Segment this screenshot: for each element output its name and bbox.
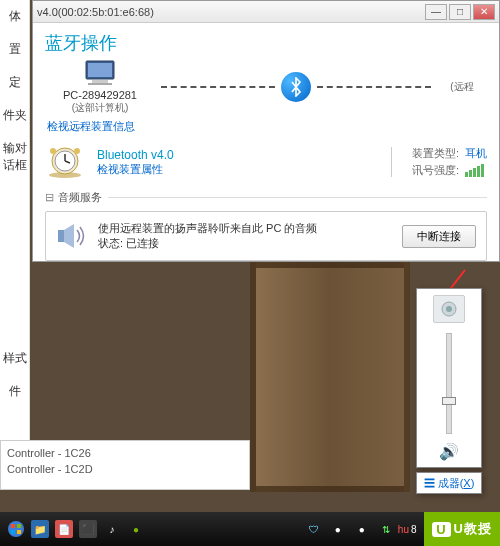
sidebar-item[interactable]: 置 — [0, 33, 29, 66]
signal-bars-icon — [465, 164, 484, 177]
mixer-link-popup: ☰ 成器(X) — [416, 472, 482, 494]
link-device-props[interactable]: 检视装置属性 — [97, 162, 371, 177]
bluetooth-icon — [281, 72, 311, 102]
device-icon — [45, 145, 85, 179]
device-row: Bluetooth v4.0 检视装置属性 装置类型: 耳机 讯号强度: — [45, 140, 487, 188]
connection-row: PC-289429281 (这部计算机) (远程 — [45, 59, 487, 115]
taskbar-app-icon[interactable]: 📄 — [55, 520, 73, 538]
sidebar-item[interactable]: 体 — [0, 0, 29, 33]
mixer-link[interactable]: ☰ 成器(X) — [424, 476, 475, 491]
divider — [391, 147, 392, 177]
pc-name: PC-289429281 — [45, 89, 155, 101]
tray-shield-icon[interactable]: 🛡 — [305, 520, 323, 538]
start-button[interactable] — [7, 520, 25, 538]
audio-service-box: 使用远程装置的扬声器聆听来自此 PC 的音频 状态: 已连接 中断连接 — [45, 211, 487, 261]
svg-point-9 — [50, 148, 56, 154]
connection-line — [317, 86, 431, 88]
group-audio-header[interactable]: 音频服务 — [45, 190, 487, 205]
disconnect-button[interactable]: 中断连接 — [402, 225, 476, 248]
svg-rect-3 — [88, 83, 112, 85]
svg-point-10 — [74, 148, 80, 154]
close-button[interactable]: ✕ — [473, 4, 495, 20]
tray-speed-icon[interactable]: ⇅ — [377, 520, 395, 538]
bluetooth-window: v4.0(00:02:5b:01:e6:68) — □ ✕ 蓝牙操作 PC-28… — [32, 0, 500, 262]
svg-rect-1 — [88, 63, 112, 77]
svg-rect-18 — [11, 524, 15, 528]
svg-marker-12 — [64, 224, 74, 248]
volume-thumb[interactable] — [442, 397, 456, 405]
tray-icon[interactable]: ● — [329, 520, 347, 538]
svg-rect-19 — [17, 524, 21, 528]
wallpaper-panel — [250, 262, 410, 492]
watermark: UU教授 — [424, 512, 500, 546]
pc-icon — [82, 59, 118, 87]
audio-status-label: 状态: — [98, 237, 123, 249]
window-title: v4.0(00:02:5b:01:e6:68) — [37, 6, 154, 18]
remote-label: (远程 — [437, 80, 487, 94]
page-title: 蓝牙操作 — [45, 31, 487, 55]
tray-hour: 8 — [411, 524, 417, 535]
volume-slider[interactable] — [446, 333, 452, 434]
sidebar-item[interactable]: 样式 — [0, 342, 29, 375]
prop-signal-label: 讯号强度: — [412, 163, 459, 178]
volume-speaker-icon[interactable]: 🔊 — [439, 442, 459, 461]
svg-rect-21 — [17, 530, 21, 534]
svg-rect-20 — [11, 530, 15, 534]
maximize-button[interactable]: □ — [449, 4, 471, 20]
link-remote-info[interactable]: 检视远程装置信息 — [47, 119, 487, 134]
background-list: Controller - 1C26 Controller - 1C2D — [0, 440, 250, 490]
sidebar-item[interactable]: 输对话框 — [0, 132, 29, 182]
minimize-button[interactable]: — — [425, 4, 447, 20]
tray-icon[interactable]: ● — [353, 520, 371, 538]
prop-type-value: 耳机 — [465, 146, 487, 161]
bt-version: Bluetooth v4.0 — [97, 148, 371, 162]
svg-point-16 — [446, 306, 452, 312]
list-item[interactable]: Controller - 1C26 — [7, 445, 243, 461]
connection-line — [161, 86, 275, 88]
volume-device-icon[interactable] — [433, 295, 465, 323]
left-sidebar: 体 置 定 件夹 输对话框 样式 件 — [0, 0, 30, 445]
volume-popup: 🔊 — [416, 288, 482, 468]
svg-rect-2 — [92, 80, 108, 83]
svg-point-17 — [8, 521, 24, 537]
audio-status-value: 已连接 — [126, 237, 159, 249]
audio-desc: 使用远程装置的扬声器聆听来自此 PC 的音频 — [98, 221, 402, 236]
svg-rect-11 — [58, 230, 64, 242]
sidebar-item[interactable]: 件夹 — [0, 99, 29, 132]
tray-text: hu — [398, 524, 409, 535]
sidebar-item[interactable]: 定 — [0, 66, 29, 99]
titlebar[interactable]: v4.0(00:02:5b:01:e6:68) — □ ✕ — [33, 1, 499, 23]
taskbar-app-icon[interactable]: ● — [127, 520, 145, 538]
taskbar[interactable]: 📁 📄 ⬛ ♪ ● 🛡 ● ● ⇅ hu 8 🔋 🔊 8:21 UU教授 — [0, 512, 500, 546]
taskbar-app-icon[interactable]: ⬛ — [79, 520, 97, 538]
taskbar-app-icon[interactable]: 📁 — [31, 520, 49, 538]
taskbar-app-icon[interactable]: ♪ — [103, 520, 121, 538]
prop-type-label: 装置类型: — [412, 146, 459, 161]
list-item[interactable]: Controller - 1C2D — [7, 461, 243, 477]
sidebar-item[interactable]: 件 — [0, 375, 29, 408]
pc-sub-label: (这部计算机) — [45, 101, 155, 115]
speaker-icon — [56, 220, 88, 252]
